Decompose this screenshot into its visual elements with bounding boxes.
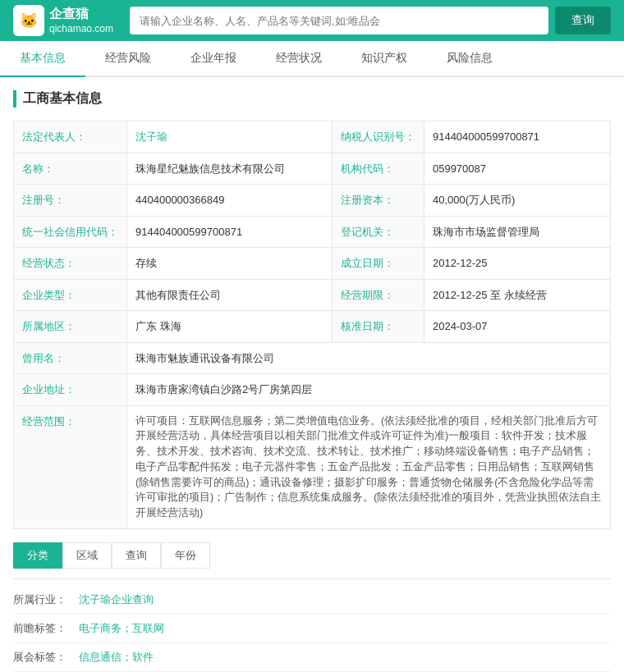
label-corp-type: 企业类型：: [14, 279, 127, 311]
tag-value-front[interactable]: 电子商务；互联网: [79, 621, 164, 636]
tab-annual-report[interactable]: 企业年报: [171, 41, 256, 77]
value-reg-authority: 珠海市市场监督管理局: [424, 216, 610, 248]
tag-label-front: 前瞻标签：: [13, 621, 79, 636]
value-address: 珠海市唐家湾镇白沙路2号厂房第四层: [127, 374, 611, 406]
label-tax-id: 纳税人识别号：: [332, 121, 424, 153]
logo-icon: 🐱: [13, 5, 44, 36]
tag-row-industry: 所属行业： 沈子瑜企业查询: [13, 586, 611, 615]
table-row: 法定代表人： 沈子瑜 纳税人识别号： 914404000599700871: [14, 121, 611, 153]
table-row: 注册号： 440400000366849 注册资本： 40,000(万人民币): [14, 185, 611, 217]
tag-row-front: 前瞻标签： 电子商务；互联网: [13, 615, 611, 643]
main-content: 工商基本信息 法定代表人： 沈子瑜 纳税人识别号： 91440400059970…: [0, 77, 624, 672]
tab-risk-info[interactable]: 风险信息: [427, 41, 512, 77]
table-row-scope: 经营范围： 许可项目：互联网信息服务；第二类增值电信业务。(依法须经批准的项目，…: [14, 405, 611, 528]
table-row: 经营状态： 存续 成立日期： 2012-12-25: [14, 248, 611, 280]
category-tabs: 分类 区域 查询 年份: [13, 542, 611, 569]
search-button[interactable]: 查询: [555, 7, 611, 34]
value-approve-date: 2024-03-07: [424, 311, 610, 343]
tag-label-industry: 所属行业：: [13, 592, 79, 607]
header: 🐱 企查猫 qichamao.com 查询: [0, 0, 624, 41]
tag-label-expo: 展会标签：: [13, 650, 79, 665]
tag-value-expo[interactable]: 信息通信；软件: [79, 650, 154, 665]
label-biz-status: 经营状态：: [14, 248, 127, 280]
divider: [13, 578, 611, 579]
label-legal-rep: 法定代表人：: [14, 121, 127, 153]
logo-text: 企查猫 qichamao.com: [49, 6, 113, 35]
cat-tab-query[interactable]: 查询: [112, 542, 161, 569]
label-region: 所属地区：: [14, 311, 127, 343]
label-reg-capital: 注册资本：: [332, 185, 424, 217]
search-area: 查询: [130, 7, 611, 34]
label-credit-code: 统一社会信用代码：: [14, 216, 127, 248]
value-scope: 许可项目：互联网信息服务；第二类增值电信业务。(依法须经批准的项目，经相关部门批…: [127, 405, 611, 528]
value-reg-capital: 40,000(万人民币): [424, 185, 610, 217]
table-row-former-name: 曾用名： 珠海市魅族通讯设备有限公司: [14, 342, 611, 374]
logo: 🐱 企查猫 qichamao.com: [13, 5, 113, 36]
table-row-address: 企业地址： 珠海市唐家湾镇白沙路2号厂房第四层: [14, 374, 611, 406]
value-former-name: 珠海市魅族通讯设备有限公司: [127, 342, 611, 374]
value-corp-type: 其他有限责任公司: [127, 279, 333, 311]
table-row: 统一社会信用代码： 914404000599700871 登记机关： 珠海市市场…: [14, 216, 611, 248]
tag-value-industry[interactable]: 沈子瑜企业查询: [79, 592, 154, 607]
section-title: 工商基本信息: [13, 90, 611, 107]
label-org-code: 机构代码：: [332, 153, 424, 185]
tab-basic-info[interactable]: 基本信息: [0, 41, 85, 77]
value-name: 珠海星纪魅族信息技术有限公司: [127, 153, 333, 185]
cat-tab-year[interactable]: 年份: [161, 542, 210, 569]
label-reg-no: 注册号：: [14, 185, 127, 217]
table-row: 企业类型： 其他有限责任公司 经营期限： 2012-12-25 至 永续经营: [14, 279, 611, 311]
cat-tab-region[interactable]: 区域: [62, 542, 112, 569]
label-reg-authority: 登记机关：: [332, 216, 424, 248]
tab-business-status[interactable]: 经营状况: [256, 41, 342, 77]
value-biz-status: 存续: [127, 248, 333, 280]
value-region: 广东 珠海: [127, 311, 333, 343]
value-tax-id: 914404000599700871: [424, 121, 610, 153]
tab-business-risk[interactable]: 经营风险: [85, 41, 171, 77]
value-legal-rep[interactable]: 沈子瑜: [127, 121, 333, 153]
label-former-name: 曾用名：: [14, 342, 127, 374]
tab-ip[interactable]: 知识产权: [342, 41, 427, 77]
value-found-date: 2012-12-25: [424, 248, 610, 280]
search-input[interactable]: [130, 7, 548, 34]
label-scope: 经营范围：: [14, 405, 127, 528]
nav-tabs: 基本信息 经营风险 企业年报 经营状况 知识产权 风险信息: [0, 41, 624, 77]
table-row: 所属地区： 广东 珠海 核准日期： 2024-03-07: [14, 311, 611, 343]
value-reg-no: 440400000366849: [127, 185, 333, 217]
info-table: 法定代表人： 沈子瑜 纳税人识别号： 914404000599700871 名称…: [13, 121, 611, 529]
label-biz-period: 经营期限：: [332, 279, 424, 311]
value-biz-period: 2012-12-25 至 永续经营: [424, 279, 610, 311]
value-org-code: 059970087: [424, 153, 610, 185]
cat-tab-classify[interactable]: 分类: [13, 542, 62, 569]
tag-row-expo: 展会标签： 信息通信；软件: [13, 643, 611, 672]
value-credit-code: 914404000599700871: [127, 216, 333, 248]
logo-main: 企查猫: [49, 6, 113, 23]
table-row: 名称： 珠海星纪魅族信息技术有限公司 机构代码： 059970087: [14, 153, 611, 185]
label-address: 企业地址：: [14, 374, 127, 406]
logo-sub: qichamao.com: [49, 23, 113, 36]
label-name: 名称：: [14, 153, 127, 185]
label-approve-date: 核准日期：: [332, 311, 424, 343]
label-found-date: 成立日期：: [332, 248, 424, 280]
